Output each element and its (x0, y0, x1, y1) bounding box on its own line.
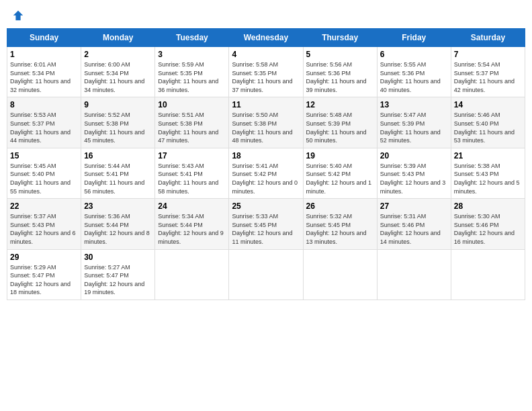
day-number: 25 (232, 201, 300, 211)
calendar-cell (303, 249, 377, 300)
header (7, 7, 525, 24)
calendar-cell: 5 Sunrise: 5:56 AM Sunset: 5:36 PM Dayli… (303, 47, 377, 97)
day-info: Sunrise: 5:27 AM Sunset: 5:47 PM Dayligh… (84, 263, 152, 297)
day-info: Sunrise: 5:48 AM Sunset: 5:39 PM Dayligh… (306, 111, 374, 144)
day-info: Sunrise: 5:37 AM Sunset: 5:43 PM Dayligh… (10, 212, 78, 246)
day-info: Sunrise: 5:34 AM Sunset: 5:44 PM Dayligh… (158, 212, 226, 246)
day-info: Sunrise: 6:00 AM Sunset: 5:34 PM Dayligh… (84, 60, 152, 94)
calendar-cell: 1 Sunrise: 6:01 AM Sunset: 5:34 PM Dayli… (7, 47, 81, 97)
day-number: 29 (10, 253, 78, 262)
calendar-cell: 22 Sunrise: 5:37 AM Sunset: 5:43 PM Dayl… (7, 199, 81, 249)
day-number: 11 (232, 100, 300, 109)
day-info: Sunrise: 5:53 AM Sunset: 5:37 PM Dayligh… (10, 111, 78, 144)
day-info: Sunrise: 5:38 AM Sunset: 5:43 PM Dayligh… (454, 162, 522, 195)
calendar-cell: 19 Sunrise: 5:40 AM Sunset: 5:42 PM Dayl… (303, 148, 377, 198)
day-number: 26 (306, 201, 374, 211)
day-info: Sunrise: 5:44 AM Sunset: 5:41 PM Dayligh… (84, 162, 152, 195)
calendar-cell: 8 Sunrise: 5:53 AM Sunset: 5:37 PM Dayli… (7, 97, 81, 148)
weekday-header-thursday: Thursday (303, 29, 377, 47)
calendar-table: SundayMondayTuesdayWednesdayThursdayFrid… (7, 28, 525, 300)
day-number: 8 (10, 100, 78, 109)
day-info: Sunrise: 5:58 AM Sunset: 5:35 PM Dayligh… (232, 60, 300, 94)
day-info: Sunrise: 5:45 AM Sunset: 5:40 PM Dayligh… (10, 162, 78, 195)
weekday-header-tuesday: Tuesday (155, 29, 229, 47)
calendar-cell: 27 Sunrise: 5:31 AM Sunset: 5:46 PM Dayl… (377, 199, 451, 249)
day-number: 16 (84, 151, 152, 161)
calendar-cell: 9 Sunrise: 5:52 AM Sunset: 5:38 PM Dayli… (81, 97, 155, 148)
day-info: Sunrise: 6:01 AM Sunset: 5:34 PM Dayligh… (10, 60, 78, 94)
calendar-cell: 25 Sunrise: 5:33 AM Sunset: 5:45 PM Dayl… (229, 199, 303, 249)
day-number: 20 (380, 151, 448, 161)
calendar-cell: 26 Sunrise: 5:32 AM Sunset: 5:45 PM Dayl… (303, 199, 377, 249)
calendar-cell: 10 Sunrise: 5:51 AM Sunset: 5:38 PM Dayl… (155, 97, 229, 148)
day-number: 22 (10, 201, 78, 211)
day-number: 19 (306, 151, 374, 161)
calendar-cell (451, 249, 525, 300)
day-info: Sunrise: 5:43 AM Sunset: 5:41 PM Dayligh… (158, 162, 226, 195)
day-info: Sunrise: 5:31 AM Sunset: 5:46 PM Dayligh… (380, 212, 448, 246)
day-number: 1 (10, 50, 78, 59)
day-number: 23 (84, 201, 152, 211)
calendar-cell: 2 Sunrise: 6:00 AM Sunset: 5:34 PM Dayli… (81, 47, 155, 97)
calendar-cell: 18 Sunrise: 5:41 AM Sunset: 5:42 PM Dayl… (229, 148, 303, 198)
svg-marker-0 (13, 11, 23, 20)
weekday-header-friday: Friday (377, 29, 451, 47)
calendar-cell: 3 Sunrise: 5:59 AM Sunset: 5:35 PM Dayli… (155, 47, 229, 97)
calendar-cell: 15 Sunrise: 5:45 AM Sunset: 5:40 PM Dayl… (7, 148, 81, 198)
day-number: 21 (454, 151, 522, 161)
day-number: 17 (158, 151, 226, 161)
weekday-header-saturday: Saturday (451, 29, 525, 47)
day-info: Sunrise: 5:56 AM Sunset: 5:36 PM Dayligh… (306, 60, 374, 94)
day-number: 18 (232, 151, 300, 161)
day-info: Sunrise: 5:36 AM Sunset: 5:44 PM Dayligh… (84, 212, 152, 246)
day-info: Sunrise: 5:46 AM Sunset: 5:40 PM Dayligh… (454, 111, 522, 144)
day-info: Sunrise: 5:51 AM Sunset: 5:38 PM Dayligh… (158, 111, 226, 144)
day-number: 9 (84, 100, 152, 109)
calendar-cell: 30 Sunrise: 5:27 AM Sunset: 5:47 PM Dayl… (81, 249, 155, 300)
day-number: 6 (380, 50, 448, 59)
day-info: Sunrise: 5:41 AM Sunset: 5:42 PM Dayligh… (232, 162, 300, 195)
calendar-cell (155, 249, 229, 300)
calendar-cell: 6 Sunrise: 5:55 AM Sunset: 5:36 PM Dayli… (377, 47, 451, 97)
calendar-cell: 21 Sunrise: 5:38 AM Sunset: 5:43 PM Dayl… (451, 148, 525, 198)
day-info: Sunrise: 5:47 AM Sunset: 5:39 PM Dayligh… (380, 111, 448, 144)
logo (11, 9, 24, 21)
calendar-cell: 23 Sunrise: 5:36 AM Sunset: 5:44 PM Dayl… (81, 199, 155, 249)
day-number: 24 (158, 201, 226, 211)
day-info: Sunrise: 5:59 AM Sunset: 5:35 PM Dayligh… (158, 60, 226, 94)
day-number: 2 (84, 50, 152, 59)
day-number: 7 (454, 50, 522, 59)
calendar-cell: 11 Sunrise: 5:50 AM Sunset: 5:38 PM Dayl… (229, 97, 303, 148)
day-info: Sunrise: 5:30 AM Sunset: 5:46 PM Dayligh… (454, 212, 522, 246)
day-info: Sunrise: 5:52 AM Sunset: 5:38 PM Dayligh… (84, 111, 152, 144)
calendar-cell: 7 Sunrise: 5:54 AM Sunset: 5:37 PM Dayli… (451, 47, 525, 97)
day-info: Sunrise: 5:54 AM Sunset: 5:37 PM Dayligh… (454, 60, 522, 94)
calendar-cell (377, 249, 451, 300)
day-number: 28 (454, 201, 522, 211)
day-number: 10 (158, 100, 226, 109)
weekday-header-sunday: Sunday (7, 29, 81, 47)
day-info: Sunrise: 5:29 AM Sunset: 5:47 PM Dayligh… (10, 263, 78, 297)
day-number: 4 (232, 50, 300, 59)
calendar-cell: 29 Sunrise: 5:29 AM Sunset: 5:47 PM Dayl… (7, 249, 81, 300)
day-info: Sunrise: 5:40 AM Sunset: 5:42 PM Dayligh… (306, 162, 374, 195)
day-info: Sunrise: 5:33 AM Sunset: 5:45 PM Dayligh… (232, 212, 300, 246)
weekday-header-monday: Monday (81, 29, 155, 47)
day-number: 5 (306, 50, 374, 59)
day-info: Sunrise: 5:39 AM Sunset: 5:43 PM Dayligh… (380, 162, 448, 195)
logo-icon (12, 9, 24, 21)
day-number: 15 (10, 151, 78, 161)
day-number: 30 (84, 253, 152, 262)
calendar-cell (229, 249, 303, 300)
calendar-cell: 28 Sunrise: 5:30 AM Sunset: 5:46 PM Dayl… (451, 199, 525, 249)
day-number: 12 (306, 100, 374, 109)
day-info: Sunrise: 5:50 AM Sunset: 5:38 PM Dayligh… (232, 111, 300, 144)
calendar-cell: 17 Sunrise: 5:43 AM Sunset: 5:41 PM Dayl… (155, 148, 229, 198)
day-number: 13 (380, 100, 448, 109)
day-number: 14 (454, 100, 522, 109)
day-info: Sunrise: 5:32 AM Sunset: 5:45 PM Dayligh… (306, 212, 374, 246)
calendar-cell: 13 Sunrise: 5:47 AM Sunset: 5:39 PM Dayl… (377, 97, 451, 148)
day-info: Sunrise: 5:55 AM Sunset: 5:36 PM Dayligh… (380, 60, 448, 94)
calendar-cell: 14 Sunrise: 5:46 AM Sunset: 5:40 PM Dayl… (451, 97, 525, 148)
calendar-cell: 24 Sunrise: 5:34 AM Sunset: 5:44 PM Dayl… (155, 199, 229, 249)
